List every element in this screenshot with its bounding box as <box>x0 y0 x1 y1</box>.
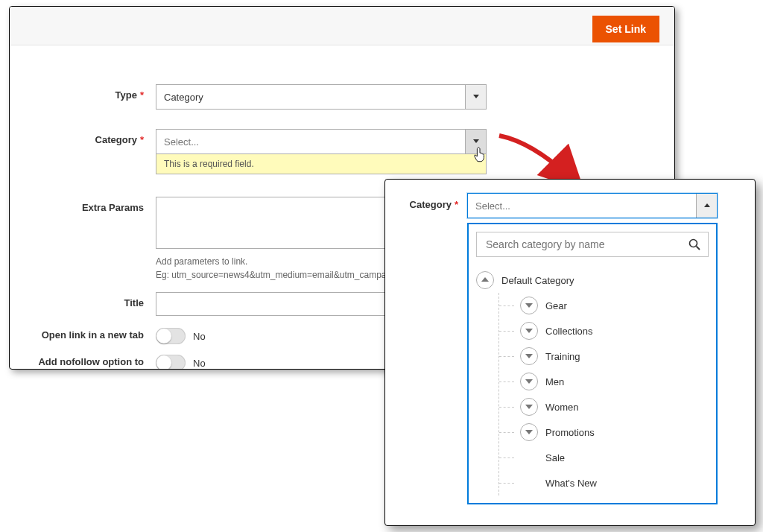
category-select-placeholder: Select... <box>468 200 696 212</box>
open-new-tab-value: No <box>193 331 206 342</box>
type-label: Type* <box>32 84 156 101</box>
expand-icon[interactable] <box>520 347 538 365</box>
open-new-tab-toggle[interactable] <box>156 328 186 344</box>
tree-item-label: Women <box>545 402 579 413</box>
tree-item[interactable]: Sale <box>499 445 709 470</box>
expand-icon[interactable] <box>520 423 538 441</box>
expand-icon[interactable] <box>520 373 538 390</box>
tree-item[interactable]: Women <box>499 394 709 419</box>
type-value: Category <box>156 92 465 103</box>
category-select-open[interactable]: Select... <box>467 193 718 218</box>
tree-root[interactable]: Default Category <box>476 267 709 293</box>
dropdown-category-label: Category* <box>400 193 467 504</box>
tree-item-label: Men <box>545 376 564 387</box>
collapse-icon[interactable] <box>476 271 494 289</box>
category-select[interactable]: Select... <box>156 129 487 154</box>
tree-item-label: Collections <box>545 326 593 337</box>
tree-item[interactable]: Training <box>499 343 709 369</box>
nofollow-label: Add nofollow option to link <box>32 355 156 370</box>
category-dropdown-panel: Category* Select... <box>384 179 756 526</box>
nofollow-value: No <box>193 358 206 369</box>
tree-item-label: What's New <box>545 478 597 489</box>
expand-icon[interactable] <box>520 322 538 340</box>
open-new-tab-label: Open link in a new tab <box>32 328 156 341</box>
tree-item[interactable]: Promotions <box>499 419 709 445</box>
category-search-input[interactable] <box>484 238 688 251</box>
search-icon <box>688 238 700 250</box>
category-error: This is a required field. <box>156 154 487 174</box>
category-label: Category* <box>32 129 156 145</box>
tree-item[interactable]: Gear <box>499 293 709 318</box>
tree-item[interactable]: What's New <box>499 470 709 495</box>
category-placeholder: Select... <box>156 136 465 148</box>
svg-line-1 <box>697 247 700 250</box>
title-label: Title <box>32 292 156 308</box>
expand-icon[interactable] <box>520 297 538 314</box>
nofollow-toggle[interactable] <box>156 355 186 370</box>
category-dropdown-list: Default Category GearCollectionsTraining… <box>467 223 718 504</box>
tree-item-label: Training <box>545 351 580 362</box>
type-select[interactable]: Category <box>156 84 487 110</box>
expand-icon[interactable] <box>520 398 538 416</box>
caret-up-icon <box>696 194 717 218</box>
caret-down-icon <box>465 85 486 109</box>
tree-root-label: Default Category <box>501 275 574 286</box>
panel-header: Set Link <box>10 7 674 45</box>
tree-item-label: Gear <box>545 300 567 311</box>
tree-item[interactable]: Men <box>499 369 709 394</box>
tree-item[interactable]: Collections <box>499 318 709 343</box>
set-link-button[interactable]: Set Link <box>592 16 659 42</box>
category-search[interactable] <box>476 232 709 257</box>
caret-down-icon <box>465 130 486 153</box>
svg-point-0 <box>690 240 697 247</box>
tree-item-label: Sale <box>545 452 565 463</box>
extra-params-label: Extra Params <box>32 197 156 213</box>
tree-item-label: Promotions <box>545 427 595 438</box>
